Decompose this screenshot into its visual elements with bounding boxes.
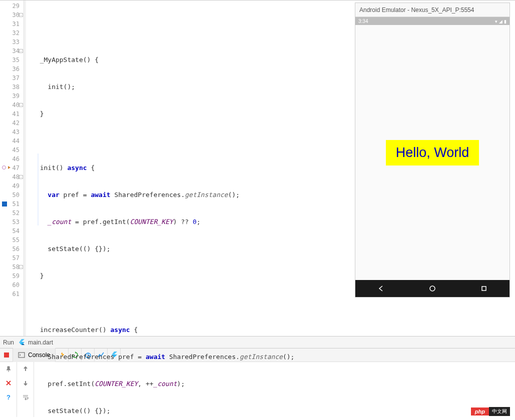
line-39: 39: [0, 92, 24, 100]
svg-rect-1: [482, 286, 486, 290]
override-up-icon: [8, 166, 11, 169]
line-32: 32: [0, 28, 24, 38]
line-33: 33: [0, 38, 24, 46]
line-58: 58: [0, 262, 24, 272]
line-40: 40: [0, 100, 24, 110]
svg-point-0: [430, 286, 435, 291]
line-36: 36: [0, 64, 24, 74]
nav-home-icon[interactable]: [429, 285, 436, 292]
cn-badge: 中文网: [489, 407, 510, 416]
line-45: 45: [0, 146, 24, 154]
emulator-status-bar: 3:34 ▾◢▮: [355, 17, 509, 25]
line-52: 52: [0, 208, 24, 218]
android-emulator-window[interactable]: Android Emulator - Nexus_5X_API_P:5554 3…: [355, 2, 510, 298]
wifi-icon: ▾: [495, 19, 497, 24]
line-48: 48: [0, 172, 24, 182]
emulator-nav-bar: [355, 280, 509, 297]
help-button[interactable]: ?: [4, 392, 14, 402]
color-swatch-icon[interactable]: [2, 202, 7, 206]
line-34: 34: [0, 46, 24, 56]
line-47: 47: [0, 164, 24, 172]
signal-icon: ◢: [499, 19, 502, 24]
line-57: 57: [0, 254, 24, 262]
line-59: 59: [0, 272, 24, 280]
line-30: 30: [0, 10, 24, 20]
svg-rect-2: [4, 352, 9, 358]
hello-world-text[interactable]: Hello, World: [386, 140, 479, 166]
line-53: 53: [0, 218, 24, 226]
close-button[interactable]: [4, 378, 14, 388]
line-46: 46: [0, 154, 24, 164]
line-60: 60: [0, 280, 24, 290]
line-61: 61: [0, 290, 24, 298]
status-icons: ▾◢▮: [493, 18, 506, 24]
line-44: 44: [0, 136, 24, 146]
stop-button[interactable]: [0, 348, 13, 362]
emulator-time: 3:34: [358, 18, 368, 24]
console-left-toolbar: ?: [0, 362, 17, 417]
console-icon: [18, 352, 25, 358]
line-55: 55: [0, 236, 24, 244]
line-29: 29: [0, 2, 24, 10]
line-38: 38: [0, 82, 24, 92]
line-50: 50: [0, 190, 24, 200]
override-marker-icon[interactable]: [2, 166, 6, 170]
nav-recent-icon[interactable]: [480, 285, 487, 292]
svg-text:?: ?: [7, 394, 11, 400]
run-label: Run: [3, 339, 14, 346]
line-41: 41: [0, 110, 24, 118]
line-51: 51: [0, 200, 24, 208]
line-42: 42: [0, 118, 24, 128]
emulator-title: Android Emulator - Nexus_5X_API_P:5554: [359, 6, 474, 14]
line-35: 35: [0, 56, 24, 64]
php-badge: php: [471, 408, 489, 416]
flutter-icon: [18, 339, 25, 346]
line-56: 56: [0, 244, 24, 254]
line-49: 49: [0, 182, 24, 190]
emulator-title-bar[interactable]: Android Emulator - Nexus_5X_API_P:5554: [355, 3, 509, 17]
battery-icon: ▮: [504, 19, 506, 24]
line-number-gutter[interactable]: 29 30 31 32 33 34 35 36 37 38 39 40 41 4…: [0, 0, 24, 336]
line-43: 43: [0, 128, 24, 136]
emulator-screen[interactable]: Hello, World: [355, 25, 509, 280]
line-54: 54: [0, 226, 24, 236]
line-37: 37: [0, 74, 24, 82]
nav-back-icon[interactable]: [377, 285, 384, 292]
svg-rect-3: [19, 352, 25, 358]
watermark-badge: php 中文网: [471, 407, 510, 416]
line-31: 31: [0, 20, 24, 28]
pin-button[interactable]: [4, 364, 14, 374]
